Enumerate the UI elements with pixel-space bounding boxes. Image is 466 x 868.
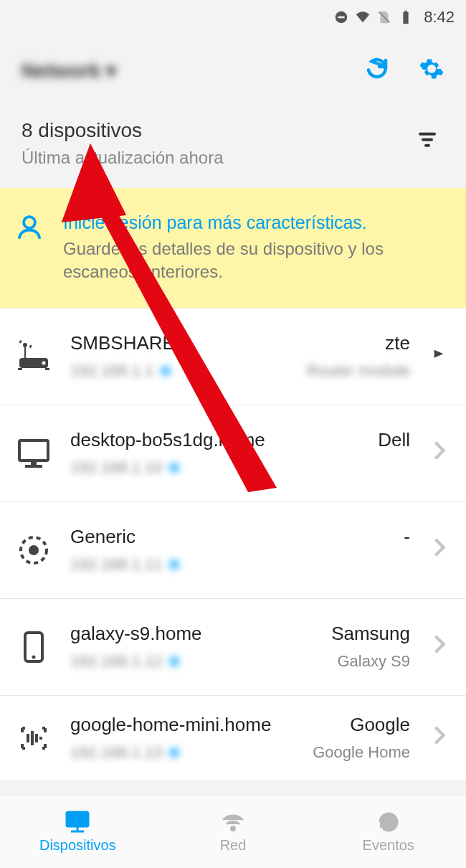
svg-point-30: [232, 827, 235, 831]
dnd-icon: [333, 9, 349, 25]
device-name: Generic: [70, 526, 135, 548]
svg-rect-18: [25, 465, 42, 468]
svg-rect-4: [404, 11, 407, 12]
svg-rect-16: [19, 440, 48, 461]
device-ip: 192.168.1.11: [70, 555, 179, 574]
device-ip: 192.168.1.12: [70, 652, 179, 671]
device-vendor: -: [404, 526, 410, 548]
nav-events[interactable]: Eventos: [310, 796, 466, 868]
nav-network-label: Red: [220, 837, 247, 854]
device-vendor: Google: [350, 714, 410, 736]
device-ip: 192.168.1.1: [70, 362, 171, 380]
device-vendor: Dell: [378, 429, 410, 451]
chevron-right-icon: [433, 440, 446, 466]
status-time: 8:42: [424, 8, 455, 27]
device-model: Galaxy S9: [338, 652, 411, 671]
phone-icon: [14, 630, 53, 664]
person-icon: [14, 212, 44, 245]
filter-button[interactable]: [416, 128, 439, 154]
chevron-right-icon: [433, 537, 446, 562]
app-header: Network ▾: [0, 34, 466, 106]
generic-icon: [14, 533, 53, 567]
device-name: desktop-bo5s1dg.home: [70, 429, 265, 451]
svg-rect-5: [419, 133, 436, 136]
network-nav-icon: [219, 810, 247, 834]
events-nav-icon: [374, 810, 403, 834]
chevron-right-icon: [433, 634, 446, 659]
gear-icon: [419, 56, 444, 82]
device-model: Google Home: [313, 743, 410, 762]
voice-icon: [14, 721, 53, 755]
network-selector[interactable]: Network ▾: [22, 59, 116, 82]
summary-section: 8 dispositivos Última actualización ahor…: [0, 106, 466, 188]
flag-icon[interactable]: [432, 347, 447, 366]
settings-button[interactable]: [419, 56, 444, 85]
svg-rect-14: [18, 368, 22, 370]
device-vendor: Samsung: [331, 623, 410, 645]
login-banner[interactable]: Inicie sesión para más características. …: [0, 188, 466, 308]
svg-point-22: [32, 655, 36, 659]
no-sim-icon: [376, 9, 392, 25]
device-row[interactable]: Generic - 192.168.1.11: [0, 501, 466, 599]
filter-icon: [416, 128, 439, 151]
svg-rect-15: [45, 368, 49, 370]
svg-point-20: [29, 545, 39, 555]
devices-nav-icon: [63, 810, 92, 834]
svg-rect-11: [24, 346, 26, 358]
device-vendor: zte: [385, 332, 410, 354]
device-row[interactable]: galaxy-s9.home Samsung 192.168.1.12 Gala…: [0, 598, 466, 696]
svg-rect-6: [422, 138, 433, 141]
svg-rect-27: [67, 812, 88, 826]
banner-subtitle: Guarde los detalles de su dispositivo y …: [63, 237, 444, 284]
device-row[interactable]: desktop-bo5s1dg.home Dell 192.168.1.10: [0, 405, 466, 502]
last-update: Última actualización ahora: [22, 148, 444, 168]
svg-rect-3: [404, 12, 409, 24]
nav-devices[interactable]: Dispositivos: [0, 796, 156, 868]
battery-icon: [398, 9, 414, 25]
nav-network[interactable]: Red: [156, 796, 311, 868]
desktop-icon: [14, 436, 53, 471]
device-name: SMBSHARE: [70, 332, 175, 354]
device-row[interactable]: google-home-mini.home Google 192.168.1.1…: [0, 695, 466, 781]
device-count: 8 dispositivos: [22, 119, 444, 142]
bottom-nav: Dispositivos Red Eventos: [0, 795, 466, 868]
nav-events-label: Eventos: [363, 837, 414, 854]
nav-devices-label: Dispositivos: [39, 837, 116, 854]
wifi-icon: [355, 9, 371, 25]
device-name: galaxy-s9.home: [70, 623, 202, 645]
device-model: Router module: [307, 362, 410, 380]
device-ip: 192.168.1.13: [70, 743, 179, 762]
device-ip: 192.168.1.10: [70, 458, 179, 477]
svg-point-13: [42, 361, 46, 364]
device-list: SMBSHARE zte 192.168.1.1 Router module d…: [0, 308, 466, 781]
svg-point-8: [24, 217, 35, 228]
svg-rect-1: [338, 16, 345, 19]
banner-title: Inicie sesión para más características.: [63, 212, 444, 233]
svg-rect-7: [424, 144, 430, 147]
status-bar: 8:42: [0, 0, 466, 34]
svg-rect-17: [31, 461, 37, 465]
device-name: google-home-mini.home: [70, 714, 271, 736]
device-row[interactable]: SMBSHARE zte 192.168.1.1 Router module: [0, 308, 466, 405]
router-icon: [14, 339, 53, 374]
refresh-button[interactable]: [364, 56, 390, 85]
chevron-right-icon: [433, 725, 446, 750]
